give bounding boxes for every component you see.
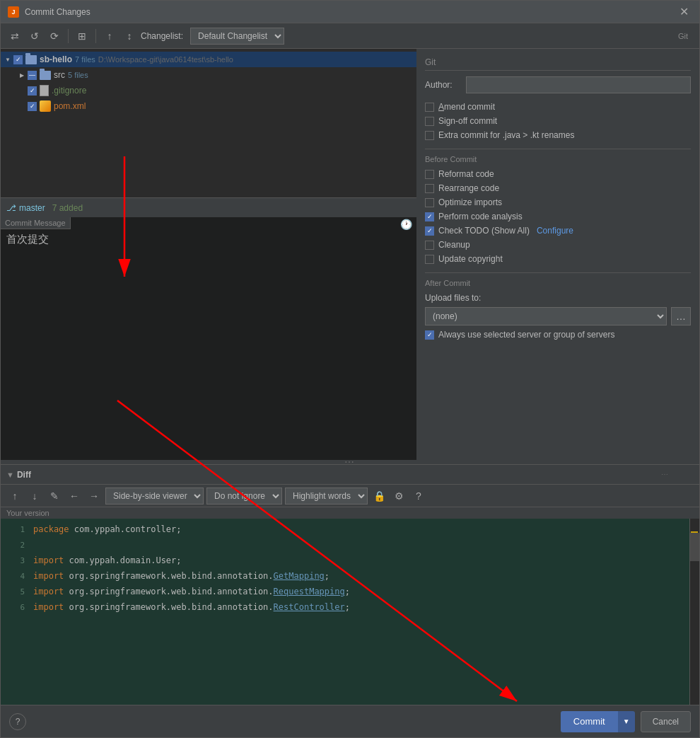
- code-line-2: 2: [1, 537, 689, 553]
- line-code-6: import org.springframework.web.bind.anno…: [33, 602, 350, 612]
- diff-down-btn[interactable]: ↓: [26, 488, 43, 505]
- commit-arrow-button[interactable]: ▼: [618, 711, 635, 732]
- check-todo-checkbox[interactable]: ✓: [425, 226, 434, 236]
- update-copyright-checkbox[interactable]: [425, 255, 434, 264]
- author-input[interactable]: [466, 76, 691, 93]
- tree-label-src-count: 5 files: [68, 71, 88, 79]
- diff-code-area: 1 package com.yppah.controller; 2 3: [1, 519, 689, 705]
- perform-code-label: Perform code analysis: [438, 212, 523, 221]
- changelist-label: Changelist:: [141, 31, 183, 41]
- diff-edit-btn[interactable]: ✎: [46, 488, 63, 505]
- git-section-label: Git: [425, 57, 691, 71]
- upload-select[interactable]: (none): [425, 307, 667, 325]
- diff-collapse-arrow[interactable]: ▼: [6, 471, 14, 479]
- line-code-5: import org.springframework.web.bind.anno…: [33, 587, 350, 596]
- tree-item-src[interactable]: ▶ — src 5 files: [1, 67, 416, 83]
- diff-help-icon[interactable]: ?: [410, 488, 427, 505]
- diff-scrollbar[interactable]: [689, 519, 699, 705]
- perform-code-row: ✓ Perform code analysis: [425, 212, 691, 221]
- code-line-4: 4 import org.springframework.web.bind.an…: [1, 568, 689, 584]
- close-button[interactable]: ✕: [675, 4, 692, 21]
- tree-item-gitignore[interactable]: ✓ .gitignore: [1, 83, 416, 98]
- diff-next-btn[interactable]: →: [86, 488, 103, 505]
- reformat-checkbox[interactable]: [425, 170, 434, 179]
- git-label-toolbar: Git: [672, 32, 694, 40]
- rearrange-label: Rearrange code: [438, 183, 499, 193]
- configure-link[interactable]: Configure: [537, 226, 573, 236]
- always-use-checkbox[interactable]: ✓: [425, 330, 434, 340]
- cancel-button[interactable]: Cancel: [641, 711, 691, 732]
- reformat-row: Reformat code: [425, 169, 691, 179]
- diff-viewer-select[interactable]: Side-by-side viewer: [105, 488, 204, 505]
- commit-button-group: Commit ▼: [561, 711, 635, 732]
- tree-label-gitignore: .gitignore: [52, 86, 86, 96]
- checkbox-src[interactable]: —: [28, 71, 37, 80]
- update-copyright-label: Update copyright: [438, 254, 503, 264]
- undo-btn[interactable]: ↺: [26, 28, 43, 45]
- cleanup-checkbox[interactable]: [425, 241, 434, 250]
- tree-label-pom: pom.xml: [54, 101, 86, 111]
- divider-1: [425, 149, 691, 149]
- diff-prev-btn[interactable]: ←: [66, 488, 83, 505]
- title-bar: J Commit Changes ✕: [1, 1, 699, 23]
- checkbox-gitignore[interactable]: ✓: [28, 86, 37, 96]
- move-down-btn[interactable]: ↕: [121, 28, 138, 45]
- diff-toolbar: ↑ ↓ ✎ ← → Side-by-side viewer Do not ign…: [1, 485, 699, 507]
- optimize-checkbox[interactable]: [425, 198, 434, 207]
- dialog-title: Commit Changes: [25, 7, 675, 17]
- diff-scrollbar-thumb: [690, 533, 699, 561]
- extra-commit-label: Extra commit for .java > .kt renames: [438, 130, 574, 140]
- group-btn[interactable]: ⊞: [74, 28, 91, 45]
- author-label: Author:: [425, 80, 460, 90]
- line-num-6: 6: [4, 603, 25, 612]
- tree-item-root[interactable]: ▼ ✓ sb-hello 7 files D:\Workspace-git\ja…: [1, 52, 416, 67]
- tree-arrow-root: ▼: [4, 55, 12, 64]
- tree-label-project: sb-hello: [40, 54, 72, 64]
- upload-label-row: Upload files to:: [425, 293, 691, 303]
- diff-settings-icon[interactable]: ⚙: [390, 488, 407, 505]
- diff-ignore-select[interactable]: Do not ignore: [206, 488, 282, 505]
- perform-code-checkbox[interactable]: ✓: [425, 212, 434, 221]
- separator-1: [68, 29, 69, 43]
- commit-changes-dialog: J Commit Changes ✕ ⇄ ↺ ⟳ ⊞ ↑ ↕ Changelis…: [0, 0, 700, 738]
- move-up-btn[interactable]: ↑: [101, 28, 118, 45]
- line-num-2: 2: [4, 541, 25, 550]
- branch-name: master: [19, 203, 45, 213]
- divider-2: [425, 272, 691, 273]
- check-todo-label: Check TODO (Show All): [438, 226, 530, 236]
- upload-row: (none) …: [425, 307, 691, 325]
- upload-more-btn[interactable]: …: [671, 307, 691, 325]
- extra-commit-checkbox[interactable]: [425, 131, 434, 140]
- rearrange-checkbox[interactable]: [425, 184, 434, 193]
- app-icon: J: [8, 6, 19, 18]
- diff-section: ▼ Diff ⋯ ↑ ↓ ✎ ← → Side-by-side viewer D…: [1, 464, 699, 705]
- help-button[interactable]: ?: [9, 713, 26, 730]
- diff-lock-icon[interactable]: 🔒: [371, 488, 387, 505]
- extra-commit-row: Extra commit for .java > .kt renames: [425, 130, 691, 140]
- refresh-btn[interactable]: ⟳: [46, 28, 63, 45]
- line-num-4: 4: [4, 572, 25, 581]
- sign-off-checkbox[interactable]: [425, 117, 434, 126]
- commit-main-button[interactable]: Commit: [561, 711, 618, 732]
- checkbox-pom[interactable]: ✓: [28, 102, 37, 111]
- clock-icon[interactable]: 🕐: [400, 219, 412, 230]
- arrow-left-btn[interactable]: ⇄: [6, 28, 23, 45]
- changelist-select[interactable]: Default Changelist: [190, 28, 284, 45]
- line-num-1: 1: [4, 525, 25, 534]
- commit-message-input[interactable]: [1, 217, 416, 460]
- main-content: ▼ ✓ sb-hello 7 files D:\Workspace-git\ja…: [1, 49, 699, 737]
- sign-off-label: Sign-off commit: [438, 116, 497, 126]
- tree-item-pom[interactable]: ✓ pom.xml: [1, 98, 416, 114]
- tree-label-src: src: [54, 70, 65, 80]
- branch-icon: ⎇: [6, 203, 16, 213]
- before-commit-title: Before Commit: [425, 155, 691, 163]
- diff-up-btn[interactable]: ↑: [6, 488, 23, 505]
- amend-commit-checkbox[interactable]: [425, 103, 434, 112]
- checkbox-root[interactable]: ✓: [13, 55, 23, 64]
- svg-text:J: J: [11, 8, 15, 16]
- diff-highlight-select[interactable]: Highlight words: [285, 488, 368, 505]
- diff-content: 1 package com.yppah.controller; 2 3: [1, 519, 699, 705]
- amend-commit-label: Amend commit: [438, 102, 495, 112]
- left-panel: ▼ ✓ sb-hello 7 files D:\Workspace-git\ja…: [1, 49, 416, 460]
- always-use-label: Always use selected server or group of s…: [438, 330, 614, 340]
